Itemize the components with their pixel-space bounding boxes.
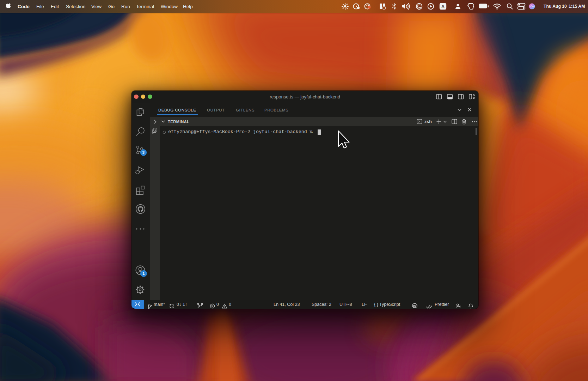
- svg-text:A: A: [441, 4, 445, 9]
